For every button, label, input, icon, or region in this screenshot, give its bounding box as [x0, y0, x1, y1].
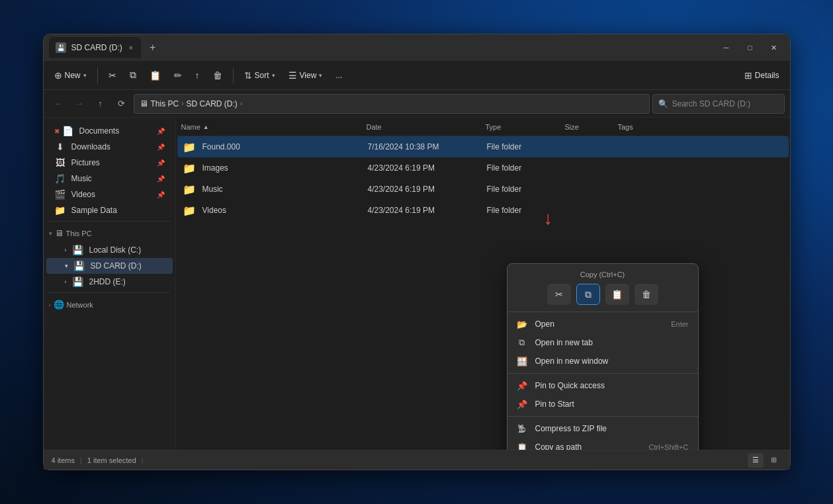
file-type-videos: File folder [487, 206, 566, 215]
ctx-copy-button[interactable]: ⧉ [576, 284, 600, 305]
ctx-paste-button[interactable]: 📋 [605, 284, 629, 305]
sidebar-item-documents[interactable]: ✖ 📄 Documents 📌 [46, 123, 173, 139]
docs-badge: ✖ [54, 128, 60, 135]
file-date-found000: 7/16/2024 10:38 PM [368, 142, 487, 151]
view-button[interactable]: ☰ View ▾ [283, 67, 328, 83]
share-button[interactable]: ↑ [190, 67, 205, 83]
local-disk-label: Local Disk (C:) [89, 245, 142, 255]
downloads-pin-icon: 📌 [157, 144, 165, 151]
file-row-videos[interactable]: 📁 Videos 4/23/2024 6:19 PM File folder [177, 200, 789, 221]
ctx-item-open[interactable]: 📂 Open Enter [507, 315, 698, 333]
close-button[interactable]: ✕ [764, 40, 785, 56]
sidebar-item-music[interactable]: 🎵 Music 📌 [46, 171, 173, 187]
network-arrow: › [49, 302, 51, 308]
file-row-music[interactable]: 📁 Music 4/23/2024 6:19 PM File folder [177, 179, 789, 200]
new-button[interactable]: ⊕ New ▾ [49, 67, 92, 83]
delete-button[interactable]: 🗑 [208, 67, 228, 83]
ctx-open-new-window-label: Open in new window [535, 357, 609, 366]
ctx-open-new-window-icon: 🪟 [517, 356, 527, 366]
view-toggle-buttons: ☰ ⊞ [748, 453, 782, 468]
sidebar-item-sample-data[interactable]: 📁 Sample Data [46, 202, 173, 218]
file-list-header: Name ▲ Date Type Size Tags [176, 118, 790, 136]
sidebar-item-videos[interactable]: 🎬 Videos 📌 [46, 187, 173, 202]
toolbar-separator-2 [233, 67, 234, 83]
file-type-found000: File folder [487, 142, 566, 151]
col-header-name[interactable]: Name ▲ [181, 123, 367, 131]
col-header-size[interactable]: Size [565, 123, 618, 131]
rename-button[interactable]: ✏ [169, 67, 187, 83]
folder-icon-videos: 📁 [183, 204, 196, 217]
this-pc-arrow: ▾ [49, 230, 52, 237]
network-section[interactable]: › 🌐 Network [44, 296, 175, 314]
local-disk-arrow: › [65, 247, 67, 253]
share-icon: ↑ [195, 70, 200, 81]
address-path[interactable]: 🖥 This PC › SD CARD (D:) › [134, 94, 650, 114]
sidebar-item-local-disk[interactable]: › 💾 Local Disk (C:) [46, 242, 173, 258]
sort-icon: ⇅ [244, 70, 252, 81]
search-box[interactable]: 🔍 Search SD CARD (D:) [652, 94, 785, 114]
ctx-open-icon: 📂 [517, 319, 527, 329]
file-name-images: 📁 Images [183, 162, 368, 175]
paste-button[interactable]: 📋 [144, 67, 166, 83]
file-name-music: 📁 Music [183, 183, 368, 196]
col-header-type[interactable]: Type [486, 123, 565, 131]
ctx-item-compress-zip[interactable]: 🗜 Compress to ZIP file [507, 419, 698, 438]
view-label: View [300, 71, 317, 80]
maximize-button[interactable]: □ [740, 40, 761, 56]
ctx-item-pin-start[interactable]: 📌 Pin to Start [507, 395, 698, 413]
forward-button[interactable]: → [70, 95, 89, 113]
ctx-open-new-tab-icon: ⧉ [517, 337, 527, 348]
videos-icon: 🎬 [54, 189, 66, 200]
sd-card-label: SD CARD (D:) [91, 261, 142, 271]
grid-view-button[interactable]: ⊞ [766, 453, 782, 468]
this-pc-section[interactable]: ▾ 🖥 This PC [44, 224, 175, 242]
ctx-item-open-new-tab[interactable]: ⧉ Open in new tab [507, 333, 698, 352]
ctx-cut-button[interactable]: ✂ [547, 284, 571, 305]
back-button[interactable]: ← [49, 95, 67, 113]
new-label: New [65, 71, 81, 80]
folder-icon-images: 📁 [183, 162, 196, 175]
file-row-found000[interactable]: 📁 Found.000 7/16/2024 10:38 PM File fold… [177, 136, 789, 157]
sidebar: ✖ 📄 Documents 📌 ⬇ Downloads 📌 🖼 Pictures… [44, 118, 176, 450]
list-view-button[interactable]: ☰ [748, 453, 764, 468]
path-this-pc: This PC [151, 99, 179, 108]
pictures-pin-icon: 📌 [157, 159, 165, 167]
ctx-pin-start-label: Pin to Start [535, 399, 574, 409]
details-button[interactable]: ⊞ Details [739, 67, 785, 83]
minimize-button[interactable]: ─ [716, 40, 737, 56]
file-name-videos: 📁 Videos [183, 204, 368, 217]
ctx-item-pin-quick-access[interactable]: 📌 Pin to Quick access [507, 376, 698, 395]
more-button[interactable]: ... [330, 68, 347, 83]
file-type-images: File folder [487, 163, 566, 173]
col-header-date[interactable]: Date [367, 123, 486, 131]
file-name-text-music: Music [202, 185, 223, 194]
videos-pin-icon: 📌 [157, 191, 165, 198]
downloads-label: Downloads [71, 142, 110, 151]
col-header-tags[interactable]: Tags [618, 123, 785, 131]
file-row-images[interactable]: 📁 Images 4/23/2024 6:19 PM File folder [177, 157, 789, 179]
tab-close-button[interactable]: × [128, 43, 134, 53]
folder-icon-found000: 📁 [183, 141, 196, 153]
sidebar-item-pictures[interactable]: 🖼 Pictures 📌 [46, 155, 173, 171]
sidebar-item-sd-card[interactable]: ▾ 💾 SD CARD (D:) [46, 258, 173, 274]
up-button[interactable]: ↑ [91, 95, 110, 113]
new-tab-button[interactable]: + [144, 38, 162, 57]
sort-button[interactable]: ⇅ Sort ▾ [239, 67, 281, 83]
rename-icon: ✏ [174, 70, 182, 81]
items-count: 4 items [52, 456, 75, 464]
toolbar: ⊕ New ▾ ✂ ⧉ 📋 ✏ ↑ 🗑 ⇅ Sort ▾ ☰ [44, 61, 790, 90]
sample-data-label: Sample Data [71, 206, 117, 215]
refresh-button[interactable]: ⟳ [112, 95, 131, 113]
cut-button[interactable]: ✂ [103, 67, 122, 83]
ctx-delete-button[interactable]: 🗑 [635, 284, 658, 305]
ctx-item-copy-path[interactable]: 📋 Copy as path Ctrl+Shift+C [507, 438, 698, 450]
active-tab[interactable]: 💾 SD CARD (D:) × [49, 37, 141, 58]
sidebar-item-downloads[interactable]: ⬇ Downloads 📌 [46, 139, 173, 155]
file-area: Name ▲ Date Type Size Tags 📁 Found.000 7… [176, 118, 790, 450]
ctx-item-open-new-window[interactable]: 🪟 Open in new window [507, 352, 698, 370]
context-menu-sep-1 [507, 373, 698, 374]
sidebar-item-2hdd[interactable]: › 💾 2HDD (E:) [46, 274, 173, 290]
copy-button[interactable]: ⧉ [124, 67, 142, 83]
sample-data-icon: 📁 [54, 205, 66, 216]
file-name-text-found000: Found.000 [202, 142, 240, 151]
